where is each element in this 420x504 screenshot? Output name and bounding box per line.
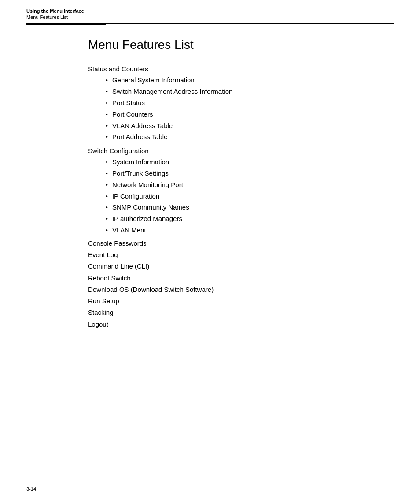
status-counters-list: General System Information Switch Manage…	[106, 74, 394, 143]
page-title: Menu Features List	[88, 38, 394, 52]
footer-page-number: 3-14	[26, 486, 36, 492]
top-level-item-stacking: Stacking	[88, 307, 394, 318]
list-item: Port Address Table	[106, 131, 394, 143]
list-item: General System Information	[106, 74, 394, 86]
header-rule-right	[106, 23, 394, 24]
list-item: VLAN Menu	[106, 224, 394, 236]
section-status-counters: Status and Counters General System Infor…	[88, 65, 394, 143]
top-level-item-console-passwords: Console Passwords	[88, 238, 394, 249]
list-item: Port/Trunk Settings	[106, 168, 394, 179]
list-item: IP Configuration	[106, 191, 394, 202]
list-item: System Information	[106, 156, 394, 168]
list-item: Port Status	[106, 97, 394, 109]
footer-rule	[26, 482, 394, 482]
main-content: Menu Features List Status and Counters G…	[0, 25, 420, 356]
list-item: Port Counters	[106, 109, 394, 120]
top-level-item-reboot: Reboot Switch	[88, 272, 394, 284]
header: Using the Menu Interface Menu Features L…	[0, 0, 420, 20]
list-item: SNMP Community Names	[106, 202, 394, 213]
top-level-item-logout: Logout	[88, 319, 394, 330]
list-item: IP authorized Managers	[106, 213, 394, 224]
top-level-item-run-setup: Run Setup	[88, 295, 394, 307]
top-level-item-event-log: Event Log	[88, 249, 394, 261]
section-switch-configuration: Switch Configuration System Information …	[88, 147, 394, 236]
switch-configuration-list: System Information Port/Trunk Settings N…	[106, 156, 394, 236]
top-level-items: Console Passwords Event Log Command Line…	[88, 238, 394, 330]
list-item: Switch Management Address Information	[106, 86, 394, 97]
header-title-bold: Using the Menu Interface	[26, 8, 394, 15]
list-item: Network Monitoring Port	[106, 179, 394, 191]
top-level-item-cli: Command Line (CLI)	[88, 261, 394, 272]
section-label-status: Status and Counters	[88, 65, 394, 73]
top-level-item-download-os: Download OS (Download Switch Software)	[88, 284, 394, 295]
section-label-switch-config: Switch Configuration	[88, 147, 394, 155]
list-item: VLAN Address Table	[106, 120, 394, 132]
header-title-sub: Menu Features List	[26, 15, 394, 20]
header-rule-left	[26, 23, 106, 25]
